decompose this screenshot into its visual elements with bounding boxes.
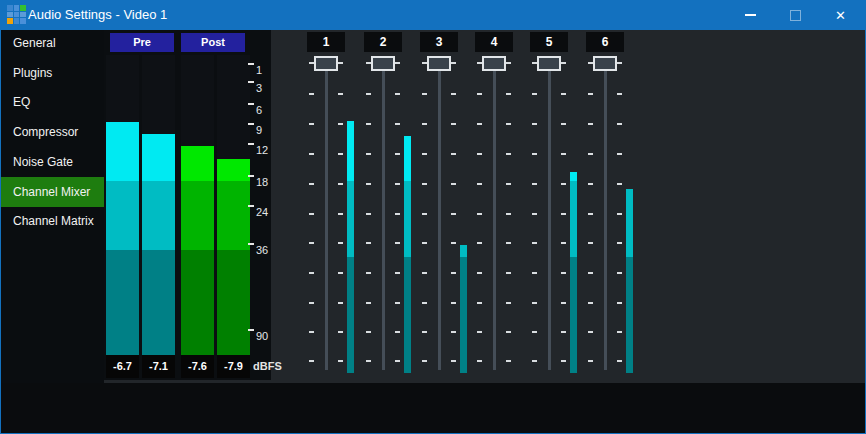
meter-well	[181, 55, 214, 373]
channel-meter-1	[347, 121, 354, 373]
channel-slider-handle-4[interactable]	[482, 56, 506, 71]
scale-label-36: 36	[256, 242, 268, 258]
scale-label-12: 12	[256, 142, 268, 158]
slider-tick	[422, 360, 427, 362]
slider-tick	[532, 123, 537, 125]
slider-tick	[532, 183, 537, 185]
channel-slider-handle-1[interactable]	[314, 56, 338, 71]
channel-slider-track-3[interactable]	[438, 57, 441, 370]
slider-tick	[588, 153, 593, 155]
slider-tick	[588, 360, 593, 362]
slider-tick	[451, 242, 456, 244]
meter-bar-post-1	[181, 146, 214, 373]
slider-tick	[617, 242, 622, 244]
slider-tick	[617, 302, 622, 304]
scale-label-6: 6	[256, 102, 262, 118]
channel-slider-handle-6[interactable]	[593, 56, 617, 71]
channel-slider-handle-5[interactable]	[537, 56, 561, 71]
channel-slider-track-2[interactable]	[382, 57, 385, 370]
meter-group-label-pre: Pre	[110, 33, 174, 52]
slider-tick	[309, 183, 314, 185]
sidebar-item-channel-mixer[interactable]: Channel Mixer	[1, 177, 104, 207]
channel-meter-6	[626, 189, 633, 373]
slider-tick	[617, 183, 622, 185]
slider-tick	[338, 302, 343, 304]
slider-tick	[395, 242, 400, 244]
scale-tick	[248, 243, 254, 245]
slider-tick	[532, 242, 537, 244]
channel-slider-track-5[interactable]	[548, 57, 551, 370]
slider-tick	[532, 272, 537, 274]
meter-bar-pre-2	[142, 134, 175, 373]
channel-header-6: 6	[586, 32, 624, 52]
scale-tick	[248, 63, 254, 65]
scale-tick	[248, 205, 254, 207]
slider-tick	[366, 93, 371, 95]
slider-tick	[451, 331, 456, 333]
slider-tick	[588, 242, 593, 244]
scale-label-3: 3	[256, 80, 262, 96]
slider-tick	[561, 153, 566, 155]
slider-tick	[338, 331, 343, 333]
sidebar-item-noise-gate[interactable]: Noise Gate	[1, 147, 104, 177]
dbfs-unit-label: dBFS	[253, 355, 282, 378]
meter-value-post-2: -7.9	[217, 355, 250, 378]
sidebar-item-compressor[interactable]: Compressor	[1, 117, 104, 147]
slider-tick	[366, 213, 371, 215]
scale-tick	[248, 143, 254, 145]
slider-tick	[588, 272, 593, 274]
scale-label-18: 18	[256, 174, 268, 190]
slider-tick	[532, 360, 537, 362]
channel-slider-handle-3[interactable]	[427, 56, 451, 71]
slider-tick	[395, 360, 400, 362]
slider-tick	[395, 331, 400, 333]
slider-tick	[477, 93, 482, 95]
slider-tick	[338, 62, 343, 64]
close-window-button[interactable]: ✕	[818, 0, 863, 30]
slider-tick	[561, 302, 566, 304]
slider-tick	[561, 272, 566, 274]
slider-tick	[477, 331, 482, 333]
minimize-button[interactable]	[728, 0, 773, 30]
slider-tick	[617, 62, 622, 64]
slider-tick	[309, 272, 314, 274]
slider-tick	[451, 93, 456, 95]
meter-well	[217, 55, 250, 373]
channel-slider-track-1[interactable]	[325, 57, 328, 370]
slider-tick	[338, 242, 343, 244]
slider-tick	[588, 183, 593, 185]
slider-tick	[366, 242, 371, 244]
slider-tick	[451, 213, 456, 215]
meter-bar-post-2	[217, 159, 250, 373]
slider-tick	[561, 360, 566, 362]
slider-tick	[451, 183, 456, 185]
window-title: Audio Settings - Video 1	[28, 0, 167, 30]
slider-tick	[366, 183, 371, 185]
slider-tick	[366, 360, 371, 362]
slider-tick	[422, 242, 427, 244]
slider-tick	[309, 242, 314, 244]
slider-tick	[561, 331, 566, 333]
channel-slider-track-6[interactable]	[604, 57, 607, 370]
slider-tick	[366, 331, 371, 333]
channel-slider-track-4[interactable]	[493, 57, 496, 370]
slider-tick	[477, 360, 482, 362]
slider-tick	[395, 93, 400, 95]
slider-tick	[588, 123, 593, 125]
scale-tick	[248, 81, 254, 83]
scale-tick	[248, 175, 254, 177]
slider-tick	[506, 183, 511, 185]
slider-tick	[477, 183, 482, 185]
sidebar-item-plugins[interactable]: Plugins	[1, 58, 104, 88]
slider-tick	[422, 272, 427, 274]
slider-tick	[561, 183, 566, 185]
channel-header-5: 5	[530, 32, 568, 52]
sidebar-item-eq[interactable]: EQ	[1, 87, 104, 117]
sidebar-item-channel-matrix[interactable]: Channel Matrix	[1, 206, 104, 236]
sidebar-item-general[interactable]: General	[1, 28, 104, 58]
slider-tick	[422, 183, 427, 185]
channel-slider-handle-2[interactable]	[371, 56, 395, 71]
slider-tick	[532, 153, 537, 155]
slider-tick	[532, 331, 537, 333]
slider-tick	[338, 153, 343, 155]
